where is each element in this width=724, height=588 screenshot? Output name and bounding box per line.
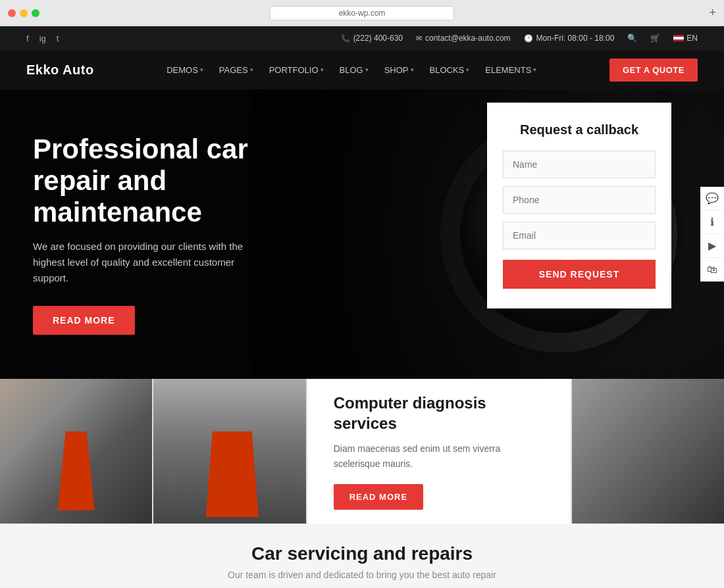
bag-sidebar-icon[interactable]: 🛍 (700, 258, 724, 282)
flag-icon (673, 35, 684, 41)
close-button[interactable] (8, 9, 16, 17)
nav-item-shop[interactable]: SHOP ▾ (378, 61, 421, 79)
search-icon[interactable]: 🔍 (627, 34, 637, 43)
browser-dots (8, 9, 39, 17)
site-logo[interactable]: Ekko Auto (26, 62, 94, 78)
phone-icon: 📞 (341, 34, 350, 43)
nav-item-pages[interactable]: PAGES ▾ (213, 61, 260, 79)
phone-input[interactable] (503, 186, 656, 214)
hero-read-more-button[interactable]: READ MORE (33, 306, 135, 335)
mechanic-image-3 (572, 379, 724, 524)
bottom-title: Car servicing and repairs (26, 543, 698, 564)
chevron-down-icon: ▾ (411, 66, 414, 73)
new-tab-button[interactable]: + (709, 6, 716, 20)
get-quote-button[interactable]: GET A QUOTE (609, 59, 698, 82)
email-address: contact@ekka-auto.com (425, 34, 511, 43)
send-request-button[interactable]: SEND REQUEST (503, 260, 656, 289)
play-sidebar-icon[interactable]: ▶ (700, 234, 724, 258)
nav-item-elements[interactable]: ELEMENTS ▾ (478, 61, 543, 79)
email-info: ✉ contact@ekka-auto.com (416, 34, 511, 43)
service-card-3 (572, 379, 724, 524)
right-sidebar: 💬 ℹ ▶ 🛍 (700, 187, 724, 282)
nav-label-pages: PAGES (219, 65, 248, 75)
hero-content: Professional car repair and maintenance … (0, 89, 398, 379)
hero-subtitle: We are focused on providing our clients … (33, 239, 270, 286)
phone-info: 📞 (222) 400-630 (341, 34, 403, 43)
nav-label-elements: ELEMENTS (485, 65, 531, 75)
service-description-card: Computer diagnosis services Diam maecena… (307, 379, 571, 524)
service-read-more-button[interactable]: READ MORE (334, 484, 423, 510)
form-title: Request a callback (503, 122, 656, 137)
chevron-down-icon: ▾ (533, 66, 536, 73)
instagram-icon[interactable]: ig (39, 34, 46, 43)
nav-item-demos[interactable]: DEMOS ▾ (160, 61, 210, 79)
callback-form: Request a callback SEND REQUEST (487, 103, 671, 308)
nav-bar: Ekko Auto DEMOS ▾ PAGES ▾ PORTFOLIO ▾ BL… (0, 50, 724, 89)
bottom-section: Car servicing and repairs Our team is dr… (0, 524, 724, 587)
business-hours: Mon-Fri: 08:00 - 18:00 (536, 34, 615, 43)
chevron-down-icon: ▾ (250, 66, 253, 73)
url-bar[interactable]: ekko-wp.com (270, 6, 454, 20)
nav-label-blocks: BLOCKS (430, 65, 465, 75)
service-card-2 (153, 379, 305, 524)
twitter-icon[interactable]: t (57, 34, 59, 43)
lang-label: EN (686, 34, 698, 43)
nav-label-demos: DEMOS (167, 65, 198, 75)
maximize-button[interactable] (32, 9, 39, 17)
chevron-down-icon: ▾ (321, 66, 324, 73)
nav-label-shop: SHOP (384, 65, 409, 75)
facebook-icon[interactable]: f (26, 34, 29, 43)
chat-sidebar-icon[interactable]: 💬 (700, 187, 724, 210)
name-input[interactable] (503, 151, 656, 178)
nav-label-portfolio: PORTFOLIO (269, 65, 319, 75)
email-icon: ✉ (416, 34, 422, 43)
nav-item-blocks[interactable]: BLOCKS ▾ (423, 61, 477, 79)
url-text: ekko-wp.com (339, 9, 386, 18)
nav-label-blog: BLOG (340, 65, 363, 75)
nav-item-blog[interactable]: BLOG ▾ (333, 61, 375, 79)
chevron-down-icon: ▾ (466, 66, 469, 73)
browser-chrome: ekko-wp.com + (0, 0, 724, 26)
service-title: Computer diagnosis services (334, 393, 544, 433)
nav-item-portfolio[interactable]: PORTFOLIO ▾ (263, 61, 330, 79)
services-section: Computer diagnosis services Diam maecena… (0, 379, 724, 524)
service-description: Diam maecenas sed enim ut sem viverra sc… (334, 441, 544, 471)
hero-title: Professional car repair and maintenance (33, 134, 309, 229)
social-links: f ig t (26, 34, 59, 43)
phone-number: (222) 400-630 (353, 34, 403, 43)
minimize-button[interactable] (20, 9, 28, 17)
nav-menu: DEMOS ▾ PAGES ▾ PORTFOLIO ▾ BLOG ▾ SHOP … (160, 61, 543, 79)
service-card-1 (0, 379, 152, 524)
hours-info: 🕐 Mon-Fri: 08:00 - 18:00 (524, 34, 615, 43)
hero-section: Professional car repair and maintenance … (0, 89, 724, 379)
chevron-down-icon: ▾ (200, 66, 203, 73)
email-input[interactable] (503, 222, 656, 249)
info-sidebar-icon[interactable]: ℹ (700, 210, 724, 234)
chevron-down-icon: ▾ (365, 66, 369, 73)
contact-info: 📞 (222) 400-630 ✉ contact@ekka-auto.com … (341, 34, 698, 43)
mechanic-image-2 (153, 379, 305, 524)
mechanic-image-1 (0, 379, 152, 524)
clock-icon: 🕐 (524, 34, 533, 43)
language-selector[interactable]: EN (673, 34, 698, 43)
bottom-subtitle: Our team is driven and dedicated to brin… (26, 570, 698, 580)
cart-icon[interactable]: 🛒 (650, 34, 660, 43)
top-bar: f ig t 📞 (222) 400-630 ✉ contact@ekka-au… (0, 26, 724, 50)
website: f ig t 📞 (222) 400-630 ✉ contact@ekka-au… (0, 26, 724, 588)
